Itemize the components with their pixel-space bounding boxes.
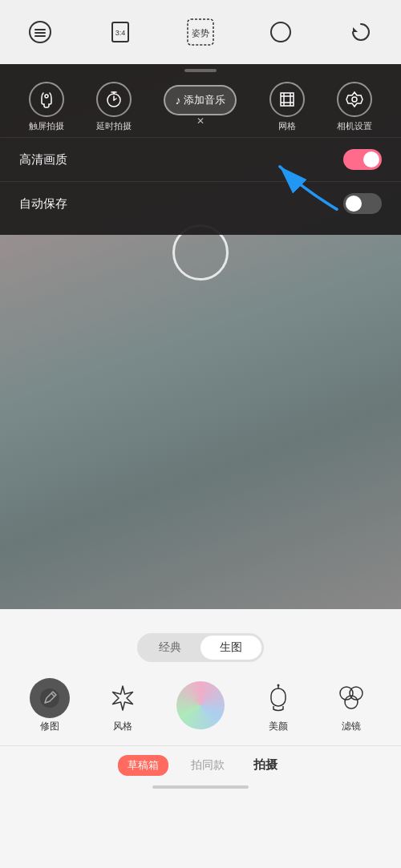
ratio-icon: 3:4: [106, 18, 135, 46]
svg-rect-2: [34, 32, 46, 34]
touch-shoot-label: 触屏拍摄: [29, 120, 64, 132]
svg-rect-1: [34, 29, 46, 30]
bottom-tools: 修图 风格 美: [0, 662, 401, 741]
separator: [0, 745, 401, 746]
shoot-tab[interactable]: 拍摄: [247, 754, 284, 776]
beauty-icon: [258, 678, 298, 718]
grid-button[interactable]: 网格: [269, 82, 305, 132]
svg-marker-21: [346, 92, 363, 107]
camera-settings-icon: [337, 82, 372, 117]
filter-icon: [331, 678, 371, 718]
ratio-button[interactable]: 3:4: [106, 18, 135, 46]
svg-rect-20: [281, 93, 294, 106]
filter-tool-label: 滤镜: [342, 720, 361, 733]
home-indicator: [152, 785, 249, 789]
refresh-icon: [346, 18, 375, 46]
pose-icon: 姿势: [186, 18, 215, 46]
edit-tool-button[interactable]: 修图: [30, 678, 70, 733]
draft-tab[interactable]: 草稿箱: [118, 755, 168, 776]
svg-point-8: [271, 22, 290, 42]
auto-save-knob: [346, 196, 362, 212]
svg-rect-26: [271, 688, 286, 706]
hd-quality-label: 高清画质: [19, 152, 67, 168]
close-music-icon[interactable]: ✕: [196, 115, 205, 127]
generate-mode-button[interactable]: 生图: [200, 636, 261, 660]
svg-point-28: [277, 684, 279, 687]
touch-shoot-button[interactable]: 触屏拍摄: [29, 82, 64, 132]
grid-icon: [269, 82, 305, 117]
hd-quality-row: 高清画质: [0, 137, 401, 181]
timer-button[interactable]: 延时拍摄: [96, 82, 132, 132]
beauty-tool-label: 美颜: [269, 720, 288, 733]
svg-point-24: [40, 688, 59, 708]
style-tool-label: 风格: [113, 720, 132, 733]
bars-icon: [26, 18, 55, 46]
svg-rect-3: [34, 35, 46, 37]
hd-quality-toggle[interactable]: [343, 149, 382, 170]
add-music-icon: ♪ 添加音乐: [164, 85, 237, 115]
style-tool-button[interactable]: 风格: [103, 678, 143, 733]
settings-panel: 触屏拍摄 延时拍摄 ♪: [0, 64, 401, 235]
style-icon: [103, 678, 143, 718]
svg-marker-9: [353, 27, 358, 32]
camera-settings-label: 相机设置: [337, 120, 372, 132]
add-music-button[interactable]: ♪ 添加音乐 ✕: [164, 85, 237, 130]
top-bar: 3:4 姿势: [0, 0, 401, 64]
filter-tool-button[interactable]: 滤镜: [331, 678, 371, 733]
viewfinder: 触屏拍摄 延时拍摄 ♪: [0, 64, 401, 609]
edit-icon: [30, 678, 70, 718]
grid-label: 网格: [278, 120, 296, 132]
pose-button[interactable]: 姿势: [186, 18, 215, 46]
timer-label: 延时拍摄: [96, 120, 132, 132]
auto-save-row: 自动保存: [0, 181, 401, 225]
circle-button[interactable]: [266, 18, 295, 46]
svg-text:3:4: 3:4: [115, 29, 126, 37]
auto-save-label: 自动保存: [19, 196, 67, 212]
mode-selector: 经典 生图: [137, 633, 264, 662]
camera-mode-button[interactable]: [26, 18, 55, 46]
svg-text:姿势: 姿势: [192, 28, 209, 38]
bottom-area: 经典 生图 修图 风格: [0, 609, 401, 868]
timer-icon: [96, 82, 132, 117]
beauty-tool-button[interactable]: 美颜: [258, 678, 298, 733]
svg-point-10: [45, 95, 48, 98]
bottom-tabs: 草稿箱 拍同款 拍摄: [118, 754, 284, 776]
classic-mode-button[interactable]: 经典: [140, 636, 200, 660]
hd-quality-knob: [363, 151, 379, 168]
touch-shoot-icon: [29, 82, 64, 117]
svg-point-22: [352, 97, 357, 102]
refresh-button[interactable]: [346, 18, 375, 46]
panel-indicator: [184, 69, 217, 72]
color-circle-icon: [176, 681, 225, 729]
edit-tool-label: 修图: [40, 720, 59, 733]
camera-settings-button[interactable]: 相机设置: [337, 82, 372, 132]
circle-icon: [266, 18, 295, 46]
settings-icons-row: 触屏拍摄 延时拍摄 ♪: [0, 74, 401, 137]
auto-save-toggle[interactable]: [343, 193, 382, 214]
color-tool-button[interactable]: [176, 681, 225, 731]
template-tab[interactable]: 拍同款: [184, 755, 231, 776]
